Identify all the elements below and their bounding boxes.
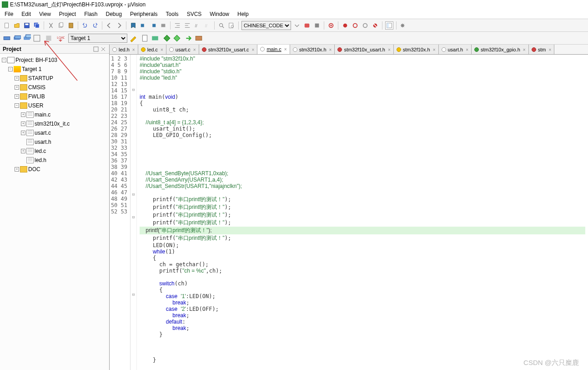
- green-diamond-1-icon[interactable]: [163, 34, 171, 42]
- breakpoint-disable-button[interactable]: [361, 21, 369, 30]
- project-tree[interactable]: −Project: BH-F103 −Target 1 +STARTUP +CM…: [0, 54, 109, 370]
- define-combo[interactable]: CHINESE_CODE: [241, 21, 291, 30]
- tree-file-ledc[interactable]: +led.c: [2, 147, 107, 156]
- download-button[interactable]: LOAD: [56, 34, 65, 42]
- tab-stm32f10x_usart-h[interactable]: stm32f10x_usart.h×: [335, 45, 393, 55]
- tab-stm32f10x_gpio-h[interactable]: stm32f10x_gpio.h×: [472, 45, 529, 55]
- nav-forward-button[interactable]: [115, 21, 123, 30]
- batch-build-button[interactable]: [33, 34, 41, 42]
- manage-env-button[interactable]: [151, 34, 159, 42]
- target-select[interactable]: Target 1: [68, 34, 127, 43]
- tab-led-c[interactable]: led.c×: [138, 45, 166, 55]
- nav-back-button[interactable]: [105, 21, 113, 30]
- copy-button[interactable]: [57, 21, 65, 30]
- pack-installer-button[interactable]: [195, 34, 203, 42]
- tree-folder-user[interactable]: −USER: [2, 101, 107, 110]
- tab-usart-h[interactable]: usart.h×: [439, 45, 472, 55]
- tree-file-usarth[interactable]: usart.h: [2, 137, 107, 147]
- tab-close-icon[interactable]: ×: [132, 47, 135, 52]
- tab-stm32f10x_usart-c[interactable]: stm32f10x_usart.c×: [199, 45, 258, 55]
- window-layout-button[interactable]: [385, 21, 393, 30]
- menu-file[interactable]: File: [5, 11, 13, 17]
- tree-file-usartc[interactable]: +usart.c: [2, 128, 107, 137]
- panel-pin-icon[interactable]: [93, 46, 99, 52]
- menu-edit[interactable]: Edit: [21, 11, 31, 17]
- tab-close-icon[interactable]: ×: [329, 47, 332, 52]
- outdent-button[interactable]: [183, 21, 191, 30]
- menu-window[interactable]: Window: [210, 11, 229, 17]
- breakpoint-enable-button[interactable]: [351, 21, 359, 30]
- tree-file-main[interactable]: +main.c: [2, 110, 107, 119]
- find-icon[interactable]: [217, 21, 226, 30]
- breakpoint-insert-button[interactable]: [341, 21, 349, 30]
- indent-button[interactable]: [173, 21, 181, 30]
- tab-stm[interactable]: stm×: [529, 45, 555, 55]
- bookmark-prev-button[interactable]: [139, 21, 147, 30]
- tree-folder-startup[interactable]: +STARTUP: [2, 74, 107, 83]
- tab-close-icon[interactable]: ×: [284, 47, 287, 52]
- save-button[interactable]: [23, 21, 31, 30]
- build-button[interactable]: [13, 34, 21, 42]
- tab-close-icon[interactable]: ×: [523, 47, 526, 52]
- debug-info-button[interactable]: [313, 21, 321, 30]
- app-icon: [2, 1, 8, 8]
- fold-column[interactable]: ⊟ ⊟ ⊟ ⊟: [131, 55, 137, 370]
- menu-tools[interactable]: Tools: [166, 11, 179, 17]
- menu-peripherals[interactable]: Peripherals: [130, 11, 158, 17]
- tree-folder-cmsis[interactable]: +CMSIS: [2, 83, 107, 92]
- file-ext-button[interactable]: [141, 34, 149, 42]
- green-diamond-2-icon[interactable]: [173, 34, 181, 42]
- tree-folder-fwlib[interactable]: +FWLIB: [2, 92, 107, 101]
- green-arrow-icon[interactable]: [185, 34, 193, 42]
- tree-file-stm32it[interactable]: +stm32f10x_it.c: [2, 119, 107, 128]
- find-in-files-icon[interactable]: [227, 21, 236, 30]
- comment-button[interactable]: //: [193, 21, 201, 30]
- tab-close-icon[interactable]: ×: [161, 47, 163, 52]
- redo-button[interactable]: [91, 21, 99, 30]
- tab-close-icon[interactable]: ×: [252, 47, 255, 52]
- configure-button[interactable]: [399, 21, 407, 30]
- code-content[interactable]: #include "stm32f10x.h" #include"usart.h"…: [137, 55, 588, 370]
- bookmark-toggle-button[interactable]: [129, 21, 137, 30]
- menu-view[interactable]: View: [39, 11, 51, 17]
- define-dropdown-icon[interactable]: [293, 21, 301, 30]
- tree-folder-doc[interactable]: +DOC: [2, 165, 107, 174]
- stop-build-button[interactable]: [45, 34, 53, 42]
- paste-button[interactable]: [67, 21, 75, 30]
- inc-search-button[interactable]: [303, 21, 311, 30]
- tree-file-ledh[interactable]: led.h: [2, 156, 107, 165]
- tab-close-icon[interactable]: ×: [193, 47, 196, 52]
- panel-close-icon[interactable]: [100, 46, 106, 52]
- menu-bar: File Edit View Project Flash Debug Perip…: [0, 9, 588, 19]
- tree-target[interactable]: −Target 1: [2, 65, 107, 74]
- tab-stm32f10x-h[interactable]: stm32f10x.h×: [394, 45, 439, 55]
- tab-close-icon[interactable]: ×: [548, 47, 551, 52]
- svg-text://: //: [195, 23, 197, 28]
- breakpoint-kill-button[interactable]: [371, 21, 379, 30]
- bookmark-clear-button[interactable]: [159, 21, 167, 30]
- options-target-button[interactable]: [129, 34, 137, 42]
- menu-project[interactable]: Project: [59, 11, 76, 17]
- tab-led-h[interactable]: led.h×: [110, 45, 138, 55]
- new-file-button[interactable]: [3, 21, 11, 30]
- tree-project-root[interactable]: −Project: BH-F103: [2, 56, 107, 65]
- save-all-button[interactable]: [33, 21, 41, 30]
- rebuild-button[interactable]: [23, 34, 31, 42]
- uncomment-button[interactable]: //: [203, 21, 211, 30]
- tab-stm32f10x-h[interactable]: stm32f10x.h×: [290, 45, 335, 55]
- menu-help[interactable]: Help: [237, 11, 249, 17]
- tab-close-icon[interactable]: ×: [466, 47, 468, 52]
- tab-usart-c[interactable]: usart.c×: [166, 45, 199, 55]
- menu-flash[interactable]: Flash: [84, 11, 97, 17]
- translate-button[interactable]: [3, 34, 11, 42]
- menu-svcs[interactable]: SVCS: [187, 11, 202, 17]
- tab-close-icon[interactable]: ×: [388, 47, 391, 52]
- debug-start-button[interactable]: [327, 21, 335, 30]
- menu-debug[interactable]: Debug: [106, 11, 122, 17]
- bookmark-next-button[interactable]: [149, 21, 157, 30]
- tab-main-c[interactable]: main.c×: [257, 45, 290, 55]
- tab-close-icon[interactable]: ×: [433, 47, 436, 52]
- cut-button[interactable]: [47, 21, 55, 30]
- undo-button[interactable]: [81, 21, 89, 30]
- open-button[interactable]: [13, 21, 21, 30]
